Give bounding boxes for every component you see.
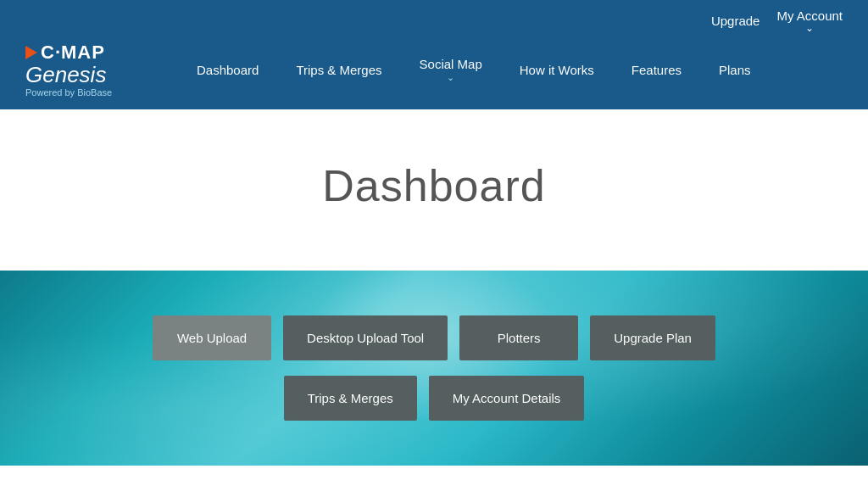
nav-item-plans[interactable]: Plans [700, 59, 770, 81]
header-top: Upgrade My Account ⌄ [0, 0, 868, 33]
web-upload-button[interactable]: Web Upload [153, 315, 271, 360]
underwater-section: Web Upload Desktop Upload Tool Plotters … [0, 271, 868, 466]
nav-item-trips[interactable]: Trips & Merges [277, 59, 400, 81]
my-account-wrapper: My Account ⌄ [776, 8, 843, 33]
nav-item-social-map[interactable]: Social Map ⌄ [401, 53, 501, 87]
buttons-row-2: Trips & Merges My Account Details [284, 376, 585, 421]
nav-item-features[interactable]: Features [613, 59, 700, 81]
logo-powered-text: Powered by BioBase [25, 87, 144, 98]
my-account-details-button[interactable]: My Account Details [429, 376, 585, 421]
nav-item-how-it-works[interactable]: How it Works [501, 59, 613, 81]
social-map-chevron-icon: ⌄ [447, 73, 454, 82]
logo-area: C·MAP Genesis Powered by BioBase [25, 42, 144, 98]
header: Upgrade My Account ⌄ C·MAP Genesis Power… [0, 0, 868, 109]
trips-merges-button[interactable]: Trips & Merges [284, 376, 417, 421]
logo-genesis-text: Genesis [25, 64, 144, 86]
upgrade-link[interactable]: Upgrade [711, 14, 760, 28]
my-account-chevron-icon: ⌄ [805, 23, 814, 33]
desktop-upload-tool-button[interactable]: Desktop Upload Tool [283, 315, 448, 360]
plotters-button[interactable]: Plotters [459, 315, 578, 360]
header-nav: C·MAP Genesis Powered by BioBase Dashboa… [0, 33, 868, 109]
buttons-row-1: Web Upload Desktop Upload Tool Plotters … [153, 315, 715, 360]
my-account-link[interactable]: My Account [776, 8, 843, 23]
upgrade-plan-button[interactable]: Upgrade Plan [590, 315, 715, 360]
logo-cmap-text: C·MAP [41, 42, 105, 64]
logo-triangle-icon [25, 46, 37, 59]
nav-item-dashboard[interactable]: Dashboard [178, 59, 277, 81]
hero-section: Dashboard [0, 109, 868, 271]
logo-top: C·MAP [25, 42, 144, 64]
nav-links: Dashboard Trips & Merges Social Map ⌄ Ho… [178, 53, 843, 87]
dashboard-title: Dashboard [322, 160, 545, 211]
